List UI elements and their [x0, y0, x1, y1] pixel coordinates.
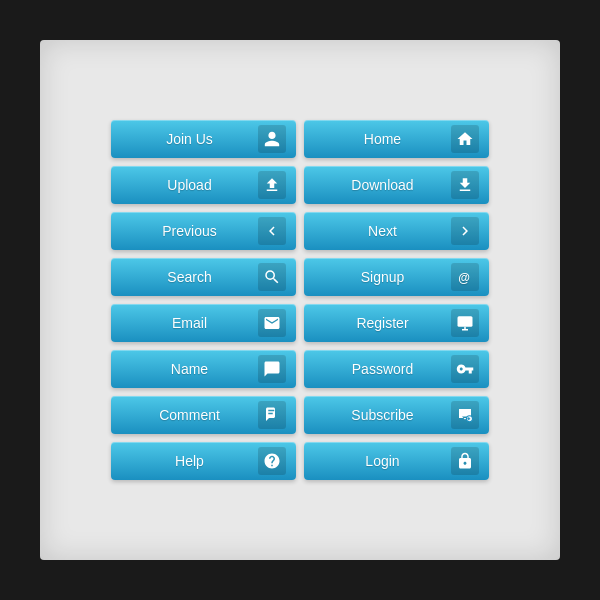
- download-button[interactable]: Download: [304, 166, 489, 204]
- upload-label: Upload: [121, 177, 258, 193]
- help-icon: [258, 447, 286, 475]
- subscribe-button[interactable]: Subscribe: [304, 396, 489, 434]
- upload-icon: [258, 171, 286, 199]
- comment-label: Comment: [121, 407, 258, 423]
- previous-icon: [258, 217, 286, 245]
- previous-label: Previous: [121, 223, 258, 239]
- svg-text:@: @: [458, 271, 470, 285]
- comment-icon: [258, 401, 286, 429]
- home-icon: [451, 125, 479, 153]
- help-button[interactable]: Help: [111, 442, 296, 480]
- search-icon: [258, 263, 286, 291]
- download-label: Download: [314, 177, 451, 193]
- previous-button[interactable]: Previous: [111, 212, 296, 250]
- upload-button[interactable]: Upload: [111, 166, 296, 204]
- search-button[interactable]: Search: [111, 258, 296, 296]
- search-label: Search: [121, 269, 258, 285]
- name-button[interactable]: Name: [111, 350, 296, 388]
- signup-icon: @: [451, 263, 479, 291]
- next-icon: [451, 217, 479, 245]
- join-us-label: Join Us: [121, 131, 258, 147]
- signup-button[interactable]: Signup@: [304, 258, 489, 296]
- email-button[interactable]: Email: [111, 304, 296, 342]
- name-label: Name: [121, 361, 258, 377]
- register-button[interactable]: Register: [304, 304, 489, 342]
- svg-rect-1: [458, 316, 473, 327]
- login-button[interactable]: Login: [304, 442, 489, 480]
- main-frame: Join UsHomeUploadDownloadPreviousNextSea…: [40, 40, 560, 560]
- name-icon: [258, 355, 286, 383]
- subscribe-icon: [451, 401, 479, 429]
- email-icon: [258, 309, 286, 337]
- next-label: Next: [314, 223, 451, 239]
- join-us-button[interactable]: Join Us: [111, 120, 296, 158]
- download-icon: [451, 171, 479, 199]
- register-icon: [451, 309, 479, 337]
- password-button[interactable]: Password: [304, 350, 489, 388]
- email-label: Email: [121, 315, 258, 331]
- subscribe-label: Subscribe: [314, 407, 451, 423]
- button-grid: Join UsHomeUploadDownloadPreviousNextSea…: [91, 100, 509, 500]
- login-label: Login: [314, 453, 451, 469]
- comment-button[interactable]: Comment: [111, 396, 296, 434]
- next-button[interactable]: Next: [304, 212, 489, 250]
- register-label: Register: [314, 315, 451, 331]
- signup-label: Signup: [314, 269, 451, 285]
- help-label: Help: [121, 453, 258, 469]
- password-label: Password: [314, 361, 451, 377]
- password-icon: [451, 355, 479, 383]
- join-us-icon: [258, 125, 286, 153]
- home-button[interactable]: Home: [304, 120, 489, 158]
- home-label: Home: [314, 131, 451, 147]
- login-icon: [451, 447, 479, 475]
